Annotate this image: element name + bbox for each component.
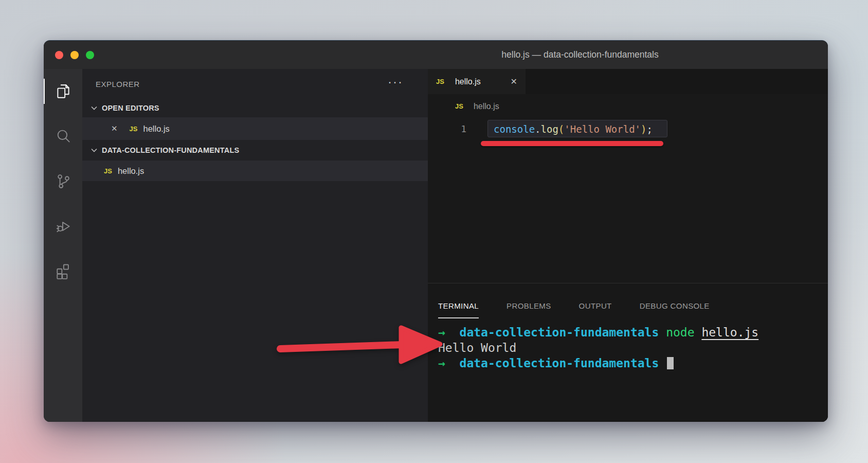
sidebar-item-search[interactable] xyxy=(44,114,82,158)
js-file-icon: JS xyxy=(130,125,138,133)
explorer-title: EXPLORER xyxy=(96,80,140,88)
source-control-icon xyxy=(55,172,72,190)
sidebar-item-source-control[interactable] xyxy=(44,158,82,203)
workspace-folder-label: DATA-COLLECTION-FUNDAMENTALS xyxy=(102,146,239,154)
js-file-icon: JS xyxy=(104,167,112,175)
sidebar-item-extensions[interactable] xyxy=(44,248,82,293)
terminal-line: Hello World xyxy=(438,340,828,355)
terminal-text: node xyxy=(666,326,694,339)
code-editor[interactable]: 1 console.log('Hello World'); xyxy=(428,118,828,283)
close-window-button[interactable] xyxy=(55,51,63,59)
chevron-down-icon xyxy=(91,106,97,110)
tab-debug-console[interactable]: DEBUG CONSOLE xyxy=(640,294,710,318)
code-line-tokens: console.log('Hello World'); xyxy=(494,123,653,135)
terminal-text: Hello World xyxy=(438,341,516,354)
terminal-line: → data-collection-fundamentals xyxy=(438,355,828,371)
more-actions-button[interactable]: ··· xyxy=(388,79,414,88)
open-editor-file-name: hello.js xyxy=(143,124,169,134)
terminal-text: → xyxy=(438,326,445,339)
terminal-text xyxy=(659,357,666,370)
terminal-text xyxy=(445,326,460,339)
code-token: ( xyxy=(558,123,564,135)
open-editors-section-header[interactable]: OPEN EDITORS xyxy=(82,99,428,117)
tree-file-name: hello.js xyxy=(118,166,144,176)
terminal-content[interactable]: → data-collection-fundamentals node hell… xyxy=(438,325,828,371)
editor-area: JS hello.js ✕ JS hello.js 1 console.log(… xyxy=(428,69,828,422)
window-title: hello.js — data-collection-fundamentals xyxy=(501,49,658,60)
terminal-text: hello.js xyxy=(701,326,758,339)
terminal-cursor xyxy=(667,357,674,369)
line-number: 1 xyxy=(428,123,477,134)
terminal-panel: TERMINAL PROBLEMS OUTPUT DEBUG CONSOLE →… xyxy=(428,283,828,422)
code-line-1: 1 console.log('Hello World'); xyxy=(428,120,828,137)
workspace-section-header[interactable]: DATA-COLLECTION-FUNDAMENTALS xyxy=(82,140,428,161)
extensions-icon xyxy=(55,262,72,279)
red-underline-annotation xyxy=(481,141,663,146)
tab-hello-js[interactable]: JS hello.js ✕ xyxy=(428,69,526,94)
terminal-text xyxy=(659,326,666,339)
terminal-text xyxy=(445,357,460,370)
explorer-header: EXPLORER ··· xyxy=(82,69,428,99)
zoom-window-button[interactable] xyxy=(86,51,94,59)
traffic-lights xyxy=(55,51,94,59)
activity-bar xyxy=(44,69,82,422)
close-editor-icon[interactable]: ✕ xyxy=(111,124,118,133)
files-icon xyxy=(55,83,72,100)
terminal-line: → data-collection-fundamentals node hell… xyxy=(438,325,828,340)
code-token: 'Hello World' xyxy=(564,123,641,135)
code-token: ; xyxy=(646,123,652,135)
code-token: . xyxy=(535,123,540,135)
breadcrumb-file-name: hello.js xyxy=(474,102,499,111)
js-file-icon: JS xyxy=(455,102,463,110)
tab-problems[interactable]: PROBLEMS xyxy=(507,294,551,318)
terminal-text: data-collection-fundamentals xyxy=(460,357,659,370)
panel-tabbar: TERMINAL PROBLEMS OUTPUT DEBUG CONSOLE xyxy=(438,283,828,318)
editor-tabbar: JS hello.js ✕ xyxy=(428,69,828,94)
search-icon xyxy=(55,128,72,145)
titlebar[interactable]: hello.js — data-collection-fundamentals xyxy=(44,41,828,69)
code-token: log xyxy=(541,123,558,135)
open-editor-item-hello-js[interactable]: ✕ JS hello.js xyxy=(82,117,428,140)
vscode-window: hello.js — data-collection-fundamentals xyxy=(44,40,828,422)
chevron-down-icon xyxy=(91,148,97,152)
explorer-sidebar: EXPLORER ··· OPEN EDITORS ✕ JS hello.js … xyxy=(82,69,428,422)
terminal-text: data-collection-fundamentals xyxy=(460,326,659,339)
sidebar-item-run-debug[interactable] xyxy=(44,203,82,248)
tab-terminal[interactable]: TERMINAL xyxy=(438,294,479,318)
run-debug-icon xyxy=(55,217,72,235)
js-file-icon: JS xyxy=(436,78,444,85)
terminal-text: → xyxy=(438,357,445,370)
minimize-window-button[interactable] xyxy=(70,51,79,59)
code-token: console xyxy=(494,123,535,135)
tree-item-hello-js[interactable]: JS hello.js xyxy=(82,161,428,181)
tab-label: hello.js xyxy=(455,77,481,86)
terminal-text xyxy=(695,326,702,339)
tab-close-icon[interactable]: ✕ xyxy=(511,77,517,86)
tab-output[interactable]: OUTPUT xyxy=(579,294,612,318)
code-token: ) xyxy=(641,123,646,135)
sidebar-item-explorer[interactable] xyxy=(44,69,82,114)
open-editors-label: OPEN EDITORS xyxy=(102,104,159,112)
breadcrumb[interactable]: JS hello.js xyxy=(428,94,828,118)
